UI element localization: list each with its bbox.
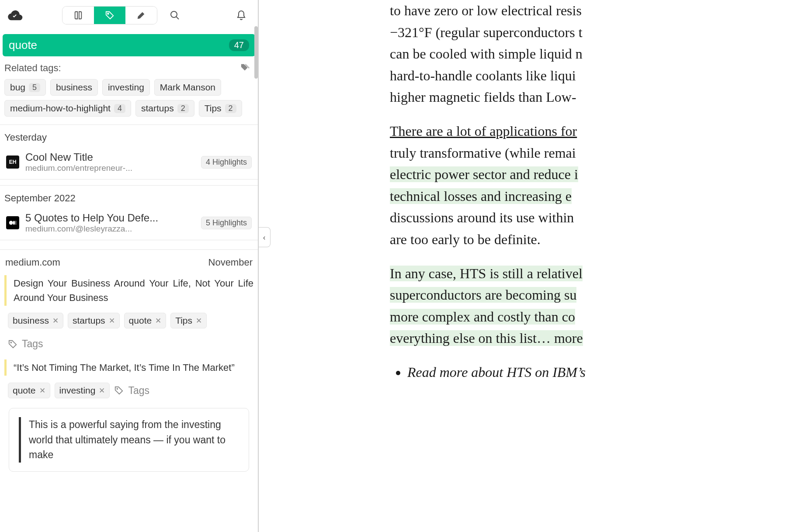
active-tag-count: 47 [229,39,249,51]
nav-tags-icon[interactable] [94,7,125,24]
highlight-text: “It’s Not Timing The Market, It’s Time I… [14,360,253,375]
date-group-yesterday: Yesterday EH Cool New Title medium.com/e… [0,125,258,180]
remove-tag-icon[interactable]: ✕ [52,316,59,325]
applied-tag-startups[interactable]: startups✕ [68,313,120,328]
svg-point-6 [10,342,11,343]
reader-list-item: Read more about HTS on IBM’s [407,362,798,383]
list-item-url: medium.com/@lesleyrazza... [25,224,195,234]
related-tags-section: Related tags: bug5 business investing Ma… [0,56,258,125]
sidebar: quote 47 Related tags: bug5 business inv… [0,0,259,532]
svg-point-0 [108,13,109,14]
chevron-left-icon: ‹ [263,231,266,244]
svg-point-1 [171,11,177,17]
reader-list: Read more about HTS on IBM’s [390,362,798,383]
search-icon[interactable] [166,7,184,24]
reader-paragraph: There are a lot of applications for trul… [390,121,798,251]
source-favicon-icon: EH [6,155,19,169]
note-text: This is a powerful saying from the inves… [19,417,239,463]
applied-tag-investing[interactable]: investing✕ [55,383,110,398]
remove-tag-icon[interactable]: ✕ [99,386,105,395]
add-tags-button[interactable]: Tags [8,338,43,350]
detail-source: medium.com [5,257,60,268]
related-tag-chips: bug5 business investing Mark Manson medi… [4,79,253,117]
nav-pills [62,6,157,24]
list-item[interactable]: EH Cool New Title medium.com/entrepreneu… [0,147,258,180]
tag-chip-startups[interactable]: startups2 [135,100,194,117]
add-tags-button[interactable]: Tags [114,385,149,397]
tag-chip-business[interactable]: business [50,79,98,96]
applied-tag-quote[interactable]: quote✕ [8,383,50,398]
remove-tag-icon[interactable]: ✕ [196,316,202,325]
tag-chip-medium-how-to-highlight[interactable]: medium-how-to-highlight4 [4,100,131,117]
bell-icon[interactable] [232,7,250,24]
nav-highlighter-icon[interactable] [125,7,157,24]
highlight-block[interactable]: Design Your Business Around Your Life, N… [4,275,253,306]
tag-chip-mark-manson[interactable]: Mark Manson [154,79,221,96]
cloud-sync-icon[interactable] [8,10,62,21]
highlights-count-badge: 5 Highlights [201,217,252,229]
svg-point-4 [13,221,15,225]
remove-tag-icon[interactable]: ✕ [155,316,161,325]
related-tags-label: Related tags: [4,62,61,74]
list-item[interactable]: 5 Quotes to Help You Defe... medium.com/… [0,207,258,240]
reader-link[interactable]: There are a lot of applications for [390,123,577,139]
tag-chip-tips[interactable]: Tips2 [199,100,242,117]
note-box[interactable]: This is a powerful saying from the inves… [9,408,249,472]
topnav [0,0,258,31]
highlight-detail: medium.com November Design Your Business… [0,250,258,472]
list-item-title: Cool New Title [25,151,195,163]
applied-tag-tips[interactable]: Tips✕ [170,313,207,328]
svg-line-2 [176,17,179,19]
date-group-september-2022: September 2022 5 Quotes to Help You Defe… [0,186,258,240]
applied-tag-quote[interactable]: quote✕ [124,313,167,328]
reader-paragraph: to have zero or low electrical resis −32… [390,0,798,108]
svg-rect-5 [16,221,16,225]
active-tag-name: quote [9,38,37,52]
active-tag-header[interactable]: quote 47 [3,34,255,56]
list-item-title: 5 Quotes to Help You Defe... [25,212,195,224]
tag-chip-investing[interactable]: investing [102,79,150,96]
reader-highlight[interactable]: electric power sector and reduce i [390,166,578,182]
list-item-url: medium.com/entrepreneur-... [25,163,195,173]
reader-highlight[interactable]: superconductors are becoming su [390,287,576,303]
svg-point-7 [117,388,118,389]
scrollbar[interactable] [254,26,258,79]
detail-date: November [208,257,253,268]
reader-highlight[interactable]: more complex and costly than co [390,309,575,325]
highlights-count-badge: 4 Highlights [201,156,252,169]
collapse-sidebar-button[interactable]: ‹ [259,227,271,247]
svg-point-3 [9,221,13,225]
date-label: September 2022 [0,186,258,207]
reader-paragraph: In any case, HTS is still a relativel su… [390,263,798,349]
remove-tag-icon[interactable]: ✕ [39,386,45,395]
applied-tag-business[interactable]: business✕ [8,313,63,328]
source-favicon-icon [6,216,19,229]
reader-highlight[interactable]: In any case, HTS is still a relativel [390,266,583,281]
remove-tag-icon[interactable]: ✕ [109,316,115,325]
tag-chip-bug[interactable]: bug5 [4,79,46,96]
highlight-text: Design Your Business Around Your Life, N… [14,276,253,305]
reader-highlight[interactable]: everything else on this list… more [390,330,583,346]
date-label: Yesterday [0,125,258,147]
tags-multi-icon[interactable] [240,63,250,73]
nav-reader-icon[interactable] [62,7,94,24]
highlight-block[interactable]: “It’s Not Timing The Market, It’s Time I… [4,359,253,376]
reader-pane: ‹ to have zero or low electrical resis −… [259,0,798,532]
reader-highlight[interactable]: technical losses and increasing e [390,188,572,204]
